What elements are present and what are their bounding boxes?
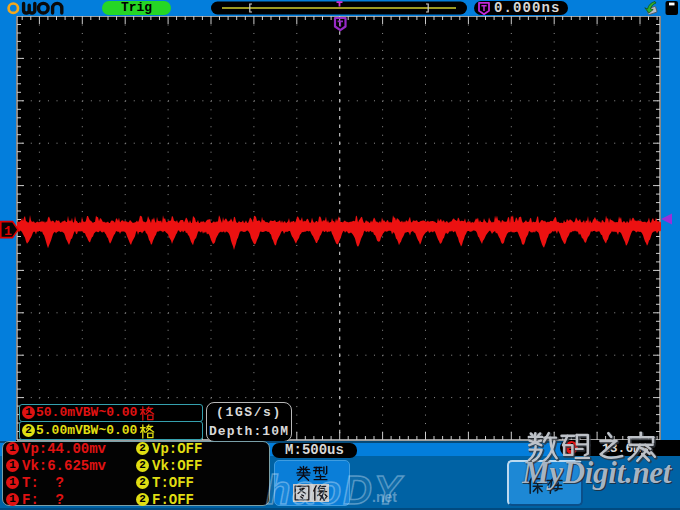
svg-text:1: 1 [4, 224, 12, 239]
